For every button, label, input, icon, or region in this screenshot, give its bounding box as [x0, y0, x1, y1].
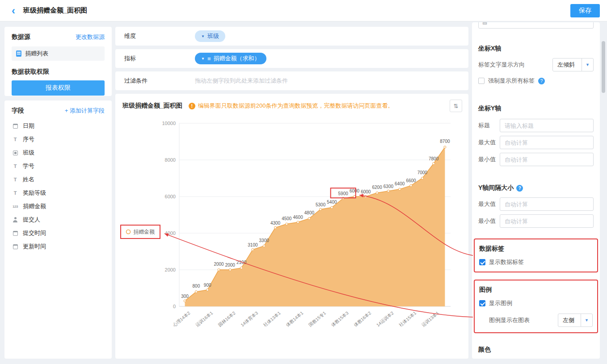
show-data-labels-checkbox[interactable]: [479, 259, 485, 265]
permission-title: 数据获取权限: [12, 68, 105, 76]
field-row-donation-amount[interactable]: 123捐赠金额: [12, 200, 105, 213]
chevron-down-icon: ▼: [582, 59, 593, 71]
filter-label: 过滤条件: [124, 77, 195, 85]
svg-text:园林16本2: 园林16本2: [217, 310, 236, 328]
svg-text:6200: 6200: [372, 185, 382, 190]
report-permission-button[interactable]: 报表权限: [12, 80, 105, 96]
select-icon: [12, 151, 19, 155]
label-direction-select[interactable]: 左倾斜 ▼: [552, 58, 594, 71]
fields-title: 字段: [12, 107, 24, 115]
data-label-section-title: 数据标签: [479, 245, 593, 253]
svg-text:5400: 5400: [327, 200, 337, 205]
force-all-labels-label: 强制显示所有标签: [488, 77, 535, 85]
show-data-labels-label: 显示数据标签: [489, 258, 524, 266]
y-interval-min-input[interactable]: [500, 214, 594, 228]
svg-text:2000: 2000: [165, 267, 176, 272]
svg-text:7800: 7800: [429, 156, 439, 161]
person-icon: [12, 217, 19, 222]
y-interval-max-label: 最大值: [478, 200, 500, 208]
svg-text:6000: 6000: [350, 188, 360, 193]
y-axis-max-label: 最大值: [478, 138, 500, 146]
force-all-labels-checkbox[interactable]: [478, 78, 485, 84]
calendar-icon: [12, 231, 19, 236]
field-row-update-time[interactable]: 更新时间: [12, 240, 105, 253]
clipped-top-input[interactable]: ▤: [478, 22, 594, 29]
svg-text:900: 900: [204, 283, 211, 288]
field-row-submitter[interactable]: 提交人: [12, 213, 105, 226]
chart-title: 班级捐赠金额_面积图: [122, 102, 182, 110]
svg-text:2000: 2000: [214, 262, 224, 267]
help-icon[interactable]: ?: [516, 185, 523, 192]
area-chart: 0200040006000800010000300800900200020002…: [119, 114, 465, 353]
field-row-serial[interactable]: T序号: [12, 133, 105, 146]
svg-text:4600: 4600: [293, 215, 303, 220]
svg-text:6300: 6300: [384, 184, 394, 189]
metric-pill[interactable]: ▼ ≡ 捐赠金额（求和）: [195, 53, 266, 64]
svg-text:6000: 6000: [361, 189, 371, 194]
field-row-student-id[interactable]: T学号: [12, 159, 105, 173]
svg-text:300: 300: [181, 294, 189, 299]
field-row-name[interactable]: T姓名: [12, 173, 105, 186]
show-legend-label: 显示图例: [489, 299, 512, 307]
dimension-pill[interactable]: ▼ 班级: [195, 30, 225, 42]
svg-text:国教15专1: 国教15专1: [308, 310, 327, 328]
svg-text:8000: 8000: [165, 157, 176, 163]
preview-warning: ! 编辑界面只取数据源前200条作为查询数据预览，完整数据请访问页面查看。: [189, 102, 394, 110]
legend-position-select[interactable]: 左侧 ▼: [558, 314, 593, 327]
chevron-down-icon: ▼: [581, 314, 592, 326]
svg-text:14体育本3: 14体育本3: [240, 310, 259, 328]
field-row-submit-time[interactable]: 提交时间: [12, 226, 105, 240]
chart-card: 班级捐赠金额_面积图 ! 编辑界面只取数据源前200条作为查询数据预览，完整数据…: [115, 94, 468, 359]
svg-text:5300: 5300: [316, 202, 326, 207]
help-icon[interactable]: ?: [538, 78, 545, 84]
scrollbar-thumb[interactable]: [602, 41, 605, 93]
top-header: ‹ 班级捐赠金额_面积图 保存: [0, 0, 607, 21]
legend-section-title: 图例: [479, 286, 593, 294]
svg-text:6600: 6600: [406, 178, 416, 183]
y-axis-title-input[interactable]: [500, 119, 594, 132]
svg-text:4300: 4300: [270, 221, 281, 226]
text-icon: T: [12, 137, 19, 142]
field-row-award-level[interactable]: T奖励等级: [12, 186, 105, 200]
y-interval-max-input[interactable]: [500, 197, 594, 211]
change-datasource-link[interactable]: 更改数据源: [76, 33, 105, 41]
legend-position-label: 图例显示在图表: [489, 316, 530, 324]
back-icon[interactable]: ‹: [12, 5, 15, 16]
datasource-table-item[interactable]: 捐赠列表: [12, 46, 105, 61]
field-row-class[interactable]: 班级: [12, 146, 105, 159]
text-icon: T: [12, 163, 19, 169]
x-axis-section-title: 坐标X轴: [478, 45, 594, 53]
y-axis-section-title: 坐标Y轴: [478, 105, 594, 113]
filter-placeholder: 拖动左侧字段到此处来添加过滤条件: [195, 77, 288, 85]
settings-panel: ▤ 坐标X轴 标签文字显示方向 左倾斜 ▼ 强制显示所有标签 ? 坐标Y轴 标题…: [472, 22, 600, 359]
y-axis-max-input[interactable]: [500, 136, 594, 149]
text-icon: T: [12, 177, 19, 182]
calendar-icon: [12, 124, 19, 129]
datasource-title: 数据源: [12, 33, 30, 41]
field-row-date[interactable]: 日期: [12, 119, 105, 133]
text-icon: T: [12, 190, 19, 196]
svg-text:6000: 6000: [165, 194, 176, 199]
chart-area: 0200040006000800010000300800900200020002…: [119, 114, 465, 355]
add-calc-field-link[interactable]: + 添加计算字段: [65, 107, 105, 115]
color-section-title: 颜色: [478, 346, 594, 354]
save-button[interactable]: 保存: [570, 4, 600, 17]
y-axis-title-label: 标题: [478, 121, 500, 130]
svg-text:4800: 4800: [304, 210, 315, 215]
svg-text:捐赠金额: 捐赠金额: [133, 229, 155, 235]
svg-text:心理14本2: 心理14本2: [172, 310, 191, 328]
svg-text:6400: 6400: [395, 181, 405, 186]
svg-text:社体13本1: 社体13本1: [262, 310, 282, 328]
show-legend-checkbox[interactable]: [479, 300, 485, 306]
number-icon: 123: [12, 205, 19, 209]
dimension-row: 维度 ▼ 班级: [115, 27, 468, 46]
svg-text:体教16本2: 体教16本2: [353, 310, 372, 328]
field-list: 日期 T序号 班级 T学号 T姓名 T奖励等级 123捐赠金额 提交人 提交时间…: [12, 119, 105, 253]
filter-row[interactable]: 过滤条件 拖动左侧字段到此处来添加过滤条件: [115, 71, 468, 90]
svg-text:800: 800: [193, 284, 200, 289]
y-axis-min-input[interactable]: [500, 153, 594, 166]
svg-text:3100: 3100: [248, 243, 258, 247]
plus-icon: +: [65, 107, 70, 114]
svg-text:10000: 10000: [162, 121, 176, 126]
sort-button[interactable]: ⇅: [450, 100, 462, 112]
